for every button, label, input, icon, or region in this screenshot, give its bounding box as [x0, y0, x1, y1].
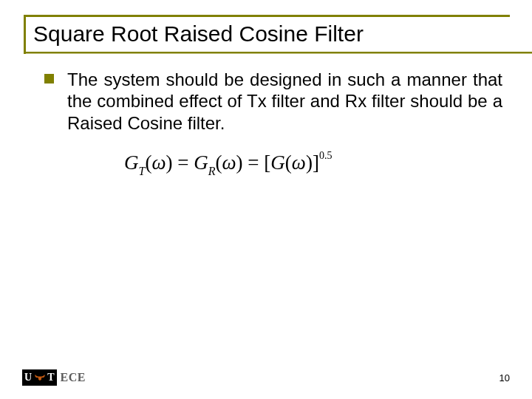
eq-rb: ] — [313, 151, 319, 174]
slide-title: Square Root Raised Cosine Filter — [33, 21, 502, 47]
title-underline — [26, 52, 532, 54]
eq-sub-r: R — [208, 165, 216, 177]
eq-omega-1: ω — [151, 151, 166, 174]
bullet-text: The system should be designed in such a … — [67, 69, 502, 134]
eq-eq-2: = — [248, 151, 259, 174]
eq-fn-gr: G — [194, 151, 208, 174]
logo-ut-text-u: U — [24, 372, 33, 383]
footer: U T ECE 10 — [22, 369, 510, 386]
eq-lb: [ — [264, 151, 270, 174]
eq-omega-3: ω — [292, 151, 306, 174]
bullet-item: The system should be designed in such a … — [44, 69, 502, 134]
longhorn-icon — [34, 374, 46, 381]
title-box: Square Root Raised Cosine Filter — [24, 15, 510, 54]
eq-rp-1: ) — [166, 151, 172, 174]
eq-omega-2: ω — [222, 151, 236, 174]
eq-sub-t: T — [139, 165, 146, 177]
equation: GT(ω) = GR(ω) = [G(ω)]0.5 — [124, 151, 502, 177]
eq-fn-g: G — [270, 151, 285, 174]
eq-eq-1: = — [177, 151, 188, 174]
logo: U T ECE — [22, 369, 86, 386]
eq-rp-3: ) — [306, 151, 313, 174]
slide: Square Root Raised Cosine Filter The sys… — [0, 0, 532, 399]
logo-ut-box: U T — [22, 369, 57, 386]
page-number: 10 — [499, 372, 510, 383]
eq-fn-gt: G — [124, 151, 139, 174]
content-area: The system should be designed in such a … — [22, 54, 510, 177]
eq-lp-3: ( — [285, 151, 292, 174]
eq-lp-2: ( — [216, 151, 222, 174]
eq-exp: 0.5 — [319, 150, 332, 161]
bullet-icon — [44, 74, 54, 83]
eq-rp-2: ) — [236, 151, 243, 174]
logo-ece-text: ECE — [57, 371, 85, 384]
logo-ut-text-t: T — [47, 372, 55, 383]
